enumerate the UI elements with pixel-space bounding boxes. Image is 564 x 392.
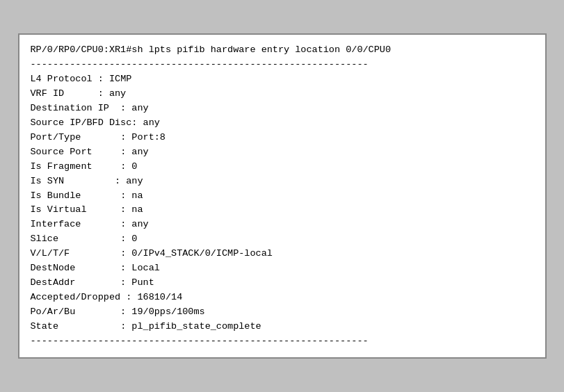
table-row: VRF ID : any: [31, 87, 534, 101]
entry-separator: :: [75, 263, 131, 273]
entry-key: Is Fragment: [31, 161, 92, 172]
entry-key: State: [31, 321, 59, 332]
table-row: DestAddr : Punt: [31, 276, 534, 291]
table-row: Po/Ar/Bu : 19/0pps/100ms: [31, 305, 534, 320]
entry-key: Source IP/BFD Disc: [31, 117, 132, 128]
entry-separator: :: [131, 117, 143, 128]
entry-separator: :: [92, 161, 132, 172]
table-row: Port/Type : Port:8: [31, 131, 534, 145]
table-row: V/L/T/F : 0/IPv4_STACK/0/ICMP-local: [31, 247, 534, 261]
table-row: Is Bundle : na: [31, 189, 534, 204]
entry-key: DestNode: [31, 263, 76, 273]
table-row: L4 Protocol : ICMP: [31, 72, 534, 87]
entry-value: any: [143, 117, 160, 128]
table-row: Interface : any: [31, 218, 534, 232]
entry-value: ICMP: [109, 74, 131, 84]
command-line: RP/0/RP0/CPU0:XR1#sh lpts pifib hardware…: [31, 43, 534, 58]
table-row: DestNode : Local: [31, 261, 534, 276]
entry-key: Interface: [31, 219, 81, 229]
entry-key: Accepted/Dropped: [31, 292, 121, 302]
table-row: Is SYN : any: [31, 174, 534, 189]
entry-separator: :: [81, 219, 131, 229]
table-row: Source Port : any: [31, 145, 534, 160]
entry-key: Port/Type: [31, 132, 81, 142]
entry-value: 19/0pps/100ms: [131, 307, 204, 317]
entry-value: na: [131, 190, 143, 201]
entry-value: 0: [131, 234, 137, 244]
table-row: Is Virtual : na: [31, 203, 534, 218]
entry-key: Is Virtual: [31, 204, 87, 215]
entry-key: Is Bundle: [31, 190, 81, 201]
entry-separator: :: [120, 292, 137, 302]
entry-value: 16810/14: [137, 292, 182, 302]
entry-value: 0/IPv4_STACK/0/ICMP-local: [131, 248, 273, 259]
entry-value: any: [131, 147, 148, 157]
entry-key: L4 Protocol: [31, 74, 92, 84]
entry-key: Source Port: [31, 147, 92, 157]
table-row: Slice : 0: [31, 232, 534, 247]
entry-separator: :: [75, 277, 131, 288]
entry-key: Slice: [31, 234, 59, 244]
entry-value: Local: [131, 263, 160, 273]
table-row: Is Fragment : 0: [31, 160, 534, 174]
entry-value: any: [109, 88, 126, 99]
entry-separator: :: [75, 307, 131, 317]
entry-value: pl_pifib_state_complete: [131, 321, 261, 332]
entry-separator: :: [109, 103, 131, 113]
entry-separator: :: [58, 321, 131, 332]
separator-bottom: ----------------------------------------…: [31, 334, 534, 349]
entry-separator: :: [92, 74, 109, 84]
entry-separator: :: [58, 234, 131, 244]
table-row: Accepted/Dropped : 16810/14: [31, 291, 534, 305]
entry-separator: :: [64, 88, 109, 99]
entry-value: na: [131, 204, 143, 215]
entry-key: Is SYN: [31, 176, 65, 186]
entry-value: any: [131, 103, 148, 113]
entry-value: Punt: [131, 277, 154, 288]
entry-key: V/L/T/F: [31, 248, 70, 259]
table-row: Destination IP : any: [31, 101, 534, 116]
entry-key: Destination IP: [31, 103, 109, 113]
terminal-window: RP/0/RP0/CPU0:XR1#sh lpts pifib hardware…: [18, 33, 547, 358]
table-row: State : pl_pifib_state_complete: [31, 320, 534, 334]
entry-key: DestAddr: [31, 277, 76, 288]
separator-top: ----------------------------------------…: [31, 58, 534, 72]
entry-value: 0: [131, 161, 137, 172]
entry-separator: :: [64, 176, 126, 186]
entry-value: any: [126, 176, 143, 186]
entry-separator: :: [87, 204, 132, 215]
table-row: Source IP/BFD Disc: any: [31, 116, 534, 131]
entry-separator: :: [92, 147, 132, 157]
entry-key: VRF ID: [31, 88, 65, 99]
entry-value: any: [131, 219, 148, 229]
entries-container: L4 Protocol : ICMPVRF ID : anyDestinatio…: [31, 72, 534, 334]
entry-value: Port:8: [131, 132, 166, 142]
entry-key: Po/Ar/Bu: [31, 307, 76, 317]
entry-separator: :: [81, 132, 131, 142]
entry-separator: :: [81, 190, 131, 201]
entry-separator: :: [70, 248, 131, 259]
